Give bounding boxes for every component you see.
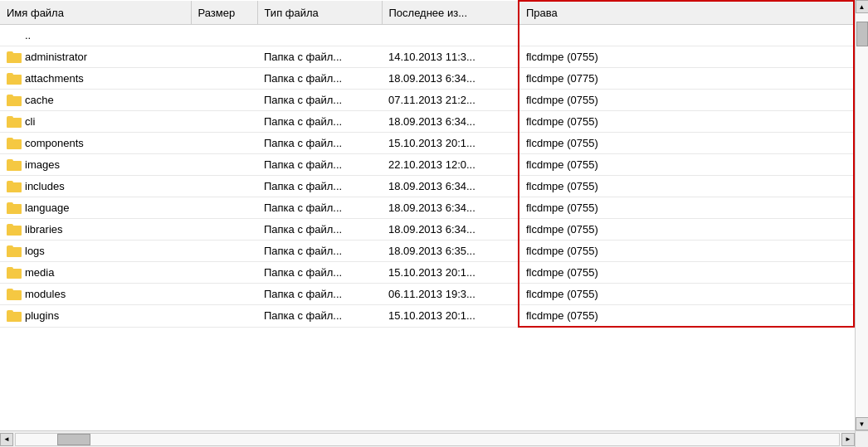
table-outer: Имя файла Размер Тип файла Последнее из.… — [0, 0, 868, 447]
cell-type: Папка с файл... — [257, 305, 382, 328]
cell-rights: flcdmpe (0755) — [519, 154, 854, 176]
file-name-text: libraries — [25, 223, 63, 236]
cell-type: Папка с файл... — [257, 46, 382, 68]
folder-icon — [7, 159, 22, 171]
cell-rights: flcdmpe (0755) — [519, 197, 854, 219]
cell-rights: flcdmpe (0755) — [519, 241, 854, 262]
col-header-name[interactable]: Имя файла — [0, 1, 191, 25]
table-row[interactable]: .. — [0, 25, 854, 46]
file-name-text: includes — [25, 180, 65, 192]
table-row[interactable]: pluginsПапка с файл...15.10.2013 20:1...… — [0, 305, 854, 328]
cell-name: components — [0, 133, 191, 154]
cell-date: 15.10.2013 20:1... — [382, 262, 519, 284]
folder-icon — [7, 73, 22, 85]
cell-type: Папка с файл... — [257, 111, 382, 133]
folder-icon — [7, 245, 22, 257]
file-manager: Имя файла Размер Тип файла Последнее из.… — [0, 0, 868, 447]
cell-size — [191, 241, 257, 262]
folder-icon — [7, 95, 22, 106]
scroll-right-button[interactable]: ► — [841, 433, 855, 446]
table-header: Имя файла Размер Тип файла Последнее из.… — [0, 1, 854, 25]
scroll-thumb[interactable] — [856, 22, 868, 46]
file-name-text: components — [25, 137, 84, 149]
cell-size — [191, 154, 257, 176]
table-row[interactable]: imagesПапка с файл...22.10.2013 12:0...f… — [0, 154, 854, 176]
scroll-left-button[interactable]: ◄ — [0, 433, 13, 446]
table-wrapper: Имя файла Размер Тип файла Последнее из.… — [0, 0, 855, 430]
cell-size — [191, 219, 257, 241]
cell-rights: flcdmpe (0755) — [519, 219, 854, 241]
cell-name: media — [0, 262, 191, 284]
cell-name: includes — [0, 176, 191, 197]
file-name-text: images — [25, 158, 60, 171]
table-row[interactable]: cliПапка с файл...18.09.2013 6:34...flcd… — [0, 111, 854, 133]
cell-name: images — [0, 154, 191, 176]
cell-type: Папка с файл... — [257, 133, 382, 154]
cell-name: administrator — [0, 46, 191, 68]
cell-type: Папка с файл... — [257, 90, 382, 111]
table-row[interactable]: logsПапка с файл...18.09.2013 6:35...flc… — [0, 241, 854, 262]
file-name-text: logs — [25, 245, 45, 257]
table-row[interactable]: languageПапка с файл...18.09.2013 6:34..… — [0, 197, 854, 219]
table-row[interactable]: administratorПапка с файл...14.10.2013 1… — [0, 46, 854, 68]
cell-date: 18.09.2013 6:34... — [382, 197, 519, 219]
cell-size — [191, 46, 257, 68]
folder-icon — [7, 224, 22, 236]
cell-name: attachments — [0, 68, 191, 90]
cell-type: Папка с файл... — [257, 262, 382, 284]
cell-size — [191, 25, 257, 46]
cell-size — [191, 133, 257, 154]
table-row[interactable]: mediaПапка с файл...15.10.2013 20:1...fl… — [0, 262, 854, 284]
cell-date: 18.09.2013 6:34... — [382, 68, 519, 90]
cell-rights: flcdmpe (0755) — [519, 284, 854, 305]
hscroll-thumb[interactable] — [57, 434, 90, 445]
table-row[interactable]: componentsПапка с файл...15.10.2013 20:1… — [0, 133, 854, 154]
cell-name: language — [0, 197, 191, 219]
cell-size — [191, 262, 257, 284]
cell-date: 22.10.2013 12:0... — [382, 154, 519, 176]
cell-name: plugins — [0, 305, 191, 328]
col-header-size[interactable]: Размер — [191, 1, 257, 25]
file-table: Имя файла Размер Тип файла Последнее из.… — [0, 0, 855, 328]
cell-date: 18.09.2013 6:34... — [382, 111, 519, 133]
cell-size — [191, 197, 257, 219]
table-body: ..administratorПапка с файл...14.10.2013… — [0, 25, 854, 328]
col-header-rights[interactable]: Права — [519, 1, 854, 25]
vertical-scrollbar[interactable]: ▲ ▼ — [855, 0, 868, 430]
scroll-down-button[interactable]: ▼ — [856, 417, 869, 430]
scroll-up-button[interactable]: ▲ — [856, 0, 869, 13]
file-name-text: language — [25, 202, 70, 214]
file-name-text: administrator — [25, 51, 87, 63]
table-row[interactable]: modulesПапка с файл...06.11.2013 19:3...… — [0, 284, 854, 305]
cell-size — [191, 90, 257, 111]
table-row[interactable]: attachmentsПапка с файл...18.09.2013 6:3… — [0, 68, 854, 90]
cell-name: modules — [0, 284, 191, 305]
file-name-text: cache — [25, 94, 54, 106]
hscroll-track[interactable] — [15, 433, 840, 446]
cell-date: 18.09.2013 6:34... — [382, 176, 519, 197]
table-row[interactable]: includesПапка с файл...18.09.2013 6:34..… — [0, 176, 854, 197]
cell-date: 06.11.2013 19:3... — [382, 284, 519, 305]
cell-rights: flcdmpe (0755) — [519, 111, 854, 133]
folder-icon — [7, 202, 22, 214]
cell-size — [191, 305, 257, 328]
cell-rights: flcdmpe (0755) — [519, 305, 854, 328]
cell-size — [191, 284, 257, 305]
cell-date: 18.09.2013 6:35... — [382, 241, 519, 262]
table-row[interactable]: librariesПапка с файл...18.09.2013 6:34.… — [0, 219, 854, 241]
horizontal-scrollbar[interactable]: ◄ ► — [0, 430, 855, 447]
scroll-track[interactable] — [856, 13, 868, 417]
table-row[interactable]: cacheПапка с файл...07.11.2013 21:2...fl… — [0, 90, 854, 111]
cell-type: Папка с файл... — [257, 284, 382, 305]
cell-size — [191, 68, 257, 90]
col-header-date[interactable]: Последнее из... — [382, 1, 519, 25]
col-header-type[interactable]: Тип файла — [257, 1, 382, 25]
cell-name: logs — [0, 241, 191, 262]
cell-rights: flcdmpe (0775) — [519, 68, 854, 90]
cell-date: 18.09.2013 6:34... — [382, 219, 519, 241]
cell-rights: flcdmpe (0755) — [519, 176, 854, 197]
cell-type: Папка с файл... — [257, 219, 382, 241]
cell-date: 07.11.2013 21:2... — [382, 90, 519, 111]
cell-date: 15.10.2013 20:1... — [382, 305, 519, 328]
file-name-text: cli — [25, 115, 35, 128]
